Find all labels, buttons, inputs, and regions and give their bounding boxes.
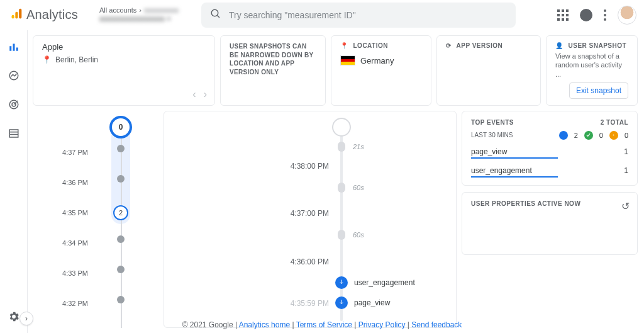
minute-label: 4:37 PM [33,149,101,156]
svg-rect-7 [16,48,18,51]
refresh-icon: ⟳ [446,42,452,49]
svg-rect-15 [613,135,614,136]
minute-node[interactable] [117,296,125,303]
device-location: Berlin, Berlin [55,55,98,64]
user-properties-panel: USER PROPERTIES ACTIVE NOW ↺ [462,192,638,255]
minute-row[interactable]: 4:33 PM [33,269,158,277]
minute-node[interactable] [117,266,125,273]
minute-node[interactable] [117,175,125,183]
minute-node[interactable]: 2 [113,205,128,220]
location-pin-icon: 📍 [42,55,52,64]
timeline-event[interactable]: user_engagement [335,276,415,289]
event-name: page_view [354,298,390,307]
svg-rect-5 [9,46,11,51]
footer-link[interactable]: Privacy Policy [358,320,406,329]
minute-label: 4:33 PM [33,269,101,277]
minute-label: 4:32 PM [33,300,101,307]
event-name: user_engagement [471,166,532,175]
event-badge-icon [335,276,348,289]
minute-row[interactable]: 4:37 PM [33,149,158,156]
timeline-duration-label: 60s [353,184,364,191]
timeline-time-label: 4:35:59 PM [164,299,329,308]
timeline-event[interactable]: page_view [335,296,390,309]
person-search-icon: 👤 [555,42,564,49]
timeline-time-label: 4:38:00 PM [164,162,329,171]
search-input[interactable] [229,10,507,20]
timeline-time-label: 4:36:00 PM [164,257,329,266]
location-pin-icon: 📍 [340,42,348,49]
footer-link[interactable]: Analytics home [239,320,290,329]
timeline-time-label: 4:37:00 PM [164,209,329,218]
svg-rect-2 [19,8,21,18]
user-snapshot-card: 👤USER SNAPSHOT View a snapshot of a rand… [546,35,638,106]
search-box[interactable] [201,3,516,28]
overflow-menu-icon[interactable] [604,9,606,21]
timeline-head-node[interactable]: 0 [109,116,132,138]
help-icon[interactable]: ? [580,9,592,21]
page-footer: © 2021 Google | Analytics home | Terms o… [28,320,644,329]
minute-node[interactable] [117,145,125,152]
logo-text: Analytics [26,8,78,22]
event-count: 1 [624,147,628,156]
caret-down-icon: ▾ [167,15,170,22]
narrow-hint-card: USER SNAPSHOTS CAN BE NARROWED DOWN BY L… [220,35,326,106]
exit-snapshot-button[interactable]: Exit snapshot [569,82,628,99]
svg-line-4 [217,15,219,18]
history-icon[interactable]: ↺ [621,200,630,212]
warn-badge-icon [609,131,618,140]
nav-advertising-icon[interactable] [5,96,23,113]
minute-row[interactable]: 4:34 PM [33,239,158,247]
nav-configure-icon[interactable] [5,125,23,142]
footer-link[interactable]: Send feedback [411,320,462,329]
account-selector[interactable]: All accounts › xxxxxxxxxx xxxxxxxxxxxxxx… [99,6,194,23]
event-count: 1 [624,166,628,175]
filter-appversion-card[interactable]: ⟳APP VERSION [436,35,541,106]
minute-node[interactable] [117,235,125,243]
minute-label: 4:35 PM [33,209,101,217]
footer-link[interactable]: Terms of Service [296,320,352,329]
download-badge-icon [559,131,568,140]
country-name: Germany [360,56,394,65]
top-event-row[interactable]: user_engagement1 [471,166,628,178]
apps-icon[interactable] [557,9,569,21]
device-info-card: Apple 📍Berlin, Berlin ‹ › [33,35,215,106]
search-icon [210,8,221,22]
germany-flag-icon [340,55,355,65]
minute-row[interactable]: 4:36 PM [33,179,158,186]
top-event-row[interactable]: page_view1 [471,147,628,159]
top-events-panel: TOP EVENTS2 TOTAL LAST 30 MINS 2 0 0 pag… [462,111,638,186]
filter-location-card[interactable]: 📍LOCATION Germany [331,35,431,106]
minute-row[interactable]: 4:35 PM [33,209,158,217]
next-user-icon[interactable]: › [204,89,207,100]
event-name: page_view [471,147,507,156]
nav-reports-icon[interactable] [5,38,23,55]
check-badge-icon [584,131,593,140]
event-badge-icon [335,296,348,309]
timeline-duration-label: 60s [353,231,364,239]
timeline-duration-label: 21s [353,143,364,150]
analytics-logo-icon [10,8,23,23]
prev-user-icon[interactable]: ‹ [192,89,196,100]
timeline-current-marker [332,118,351,137]
event-timeline[interactable]: 21s4:38:00 PM60s4:37:00 PM60s4:36:00 PM4… [164,111,457,328]
svg-rect-0 [12,14,14,18]
svg-rect-1 [15,11,18,18]
device-label: Apple [42,42,206,52]
nav-explore-icon[interactable] [5,67,23,84]
event-name: user_engagement [354,278,415,287]
minute-label: 4:34 PM [33,239,101,247]
svg-rect-12 [9,130,18,137]
minute-row[interactable]: 4:32 PM [33,300,158,307]
avatar[interactable] [618,6,636,25]
minute-timeline[interactable]: 0 4:37 PM4:36 PM4:35 PM24:34 PM4:33 PM4:… [33,111,158,328]
svg-point-3 [211,9,218,16]
minute-label: 4:36 PM [33,179,101,186]
ga-logo[interactable]: Analytics [10,8,92,23]
svg-rect-6 [13,44,14,51]
